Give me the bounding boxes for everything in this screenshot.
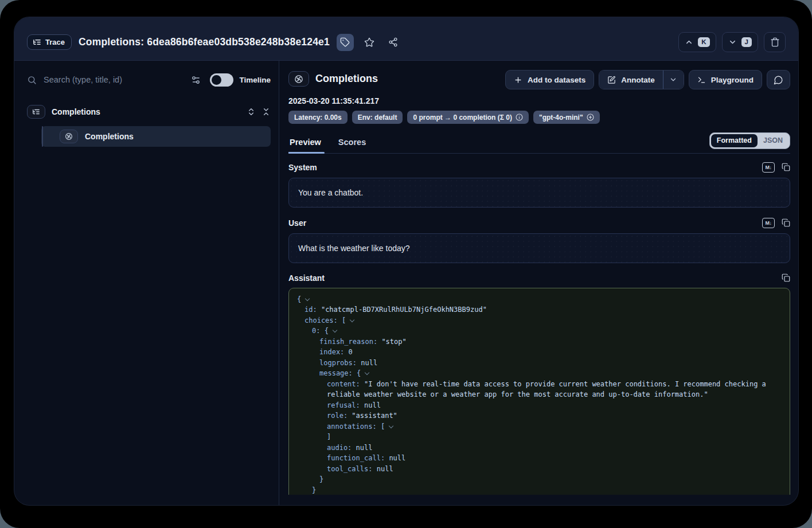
format-toggle: Formatted JSON [709,132,790,149]
json-line: message: { [289,368,782,379]
trace-title: Completions: 6dea86b6feae03db538e248b38e… [79,36,330,48]
copy-button[interactable] [782,163,790,171]
add-to-datasets-button[interactable]: Add to datasets [505,70,594,89]
observation-scroll-area[interactable]: Completions Add to datasets [288,70,790,495]
json-value: "assistant" [352,412,397,420]
kbd-j: J [741,37,752,48]
json-line: } [289,485,782,495]
observation-header: Completions Add to datasets [288,70,790,89]
json-value: "I don't have real-time data access to p… [327,380,770,399]
trash-icon [770,37,780,47]
json-value: null [356,444,373,452]
timeline-toggle[interactable] [210,73,233,87]
tree-item-generation-completions[interactable]: Completions [41,126,271,147]
json-line: finish_reason: "stop" [289,337,782,347]
plus-icon [514,76,522,84]
assistant-json-box: {id: "chatcmpl-BD7XRulRhULb7NjGfeOkhN3BB… [288,288,790,495]
collapse-all-button[interactable] [261,107,271,116]
search-placeholder: Search (type, title, id) [44,75,122,84]
json-line: audio: null [289,443,782,453]
json-line: { [289,294,782,305]
token-usage-badge[interactable]: 0 prompt → 0 completion (Σ 0) [407,111,529,124]
copy-button[interactable] [782,218,790,227]
annotate-dropdown-button[interactable] [663,71,684,89]
json-value: "chatcmpl-BD7XRulRhULb7NjGfeOkhN3BB9zud" [321,306,487,314]
tab-scores[interactable]: Scores [337,135,367,153]
json-key: finish_reason: [319,338,381,346]
markdown-icon: M↓ [762,162,775,173]
json-key: tool_calls: [327,465,377,473]
trace-tree-sidebar: Search (type, title, id) Timeline [14,61,279,505]
user-section-icons: M↓ [762,218,790,228]
json-collapse-icon[interactable] [389,424,393,428]
search-input[interactable]: Search (type, title, id) [27,75,182,85]
json-key: content: [327,380,364,388]
json-key: 0: [312,327,325,335]
tree-actions [247,107,271,116]
next-trace-button[interactable]: J [722,32,758,52]
json-value: { [325,327,329,335]
page-background: Trace Completions: 6dea86b6feae03db538e2… [0,0,812,528]
comments-button[interactable] [767,70,790,89]
format-option-formatted[interactable]: Formatted [711,134,758,147]
annotate-button[interactable]: Annotate [599,71,663,89]
body-row: Search (type, title, id) Timeline [14,61,798,505]
json-key: role: [327,412,352,420]
system-label: System [288,163,317,172]
json-line: index: 0 [289,347,782,358]
sliders-icon [191,75,201,85]
expand-all-button[interactable] [247,107,256,116]
markdown-toggle-button[interactable]: M↓ [762,218,775,228]
chevrons-up-down-icon [247,107,256,116]
pen-square-icon [607,76,616,84]
observation-actions: Add to datasets Annotate [505,70,790,89]
json-key: annotations: [327,423,381,431]
app-window: Trace Completions: 6dea86b6feae03db538e2… [14,17,798,505]
assistant-label: Assistant [288,273,325,283]
copy-icon [782,273,790,282]
json-line: } [289,474,782,485]
json-key: function_call: [327,454,389,462]
model-badge[interactable]: "gpt-4o-mini" [533,111,600,124]
topbar: Trace Completions: 6dea86b6feae03db538e2… [14,17,798,61]
toggle-knob [212,75,221,85]
json-value: null [364,401,381,409]
topbar-right: K J [678,32,786,52]
json-value: null [389,454,405,462]
star-button[interactable] [361,34,378,51]
json-line: function_call: null [289,453,782,464]
copy-icon [782,163,790,171]
json-collapse-icon[interactable] [365,370,369,375]
delete-trace-button[interactable] [764,32,786,52]
share-button[interactable] [385,34,402,51]
markdown-toggle-button[interactable]: M↓ [762,162,775,173]
playground-button[interactable]: Playground [689,70,762,89]
json-value: null [361,359,377,367]
view-options-button[interactable] [190,74,202,86]
chevron-down-icon [669,76,677,84]
json-key: message: [319,369,357,377]
json-key: id: [304,306,321,314]
json-value: ] [327,433,331,441]
plus-circle-icon [587,114,594,121]
user-message-text: What is the weather like today? [298,244,410,253]
json-collapse-icon[interactable] [305,296,310,301]
metadata-badges: Latency: 0.00s Env: default 0 prompt → 0… [288,111,790,124]
json-collapse-icon[interactable] [350,318,354,322]
prev-trace-button[interactable]: K [678,32,716,52]
timeline-label: Timeline [239,76,271,84]
trace-type-badge: Trace [27,34,72,50]
comment-icon [774,75,783,85]
observation-panel: Completions Add to datasets [279,61,798,505]
copy-button[interactable] [782,273,790,282]
add-to-datasets-label: Add to datasets [528,76,585,84]
observation-title-group: Completions [288,70,378,87]
format-option-json[interactable]: JSON [758,134,788,147]
tree-root-completions[interactable]: Completions [27,103,271,120]
json-key: audio: [327,444,356,452]
tab-preview[interactable]: Preview [288,135,322,153]
json-collapse-icon[interactable] [333,328,337,333]
env-badge-label: Env: default [358,114,397,122]
topbar-left: Trace Completions: 6dea86b6feae03db538e2… [27,34,402,51]
tag-button[interactable] [337,34,354,51]
